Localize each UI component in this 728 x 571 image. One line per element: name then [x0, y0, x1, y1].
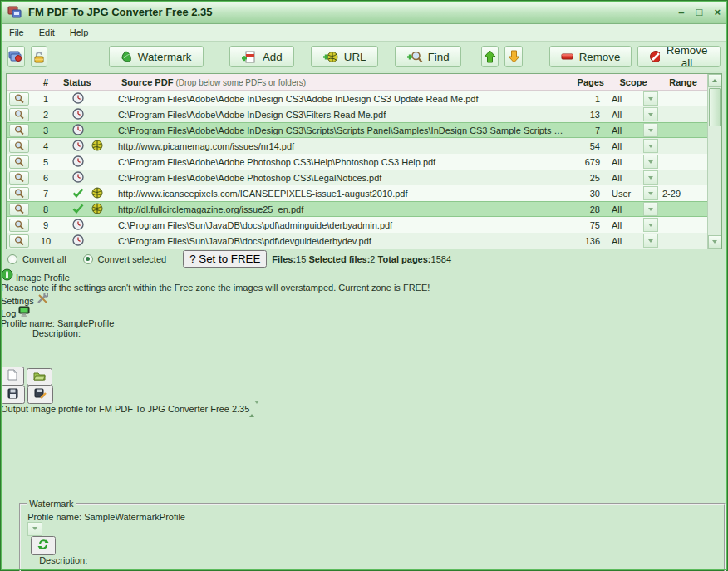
watermark-label: Watermark	[138, 51, 192, 63]
app-icon	[7, 6, 22, 19]
move-up-button[interactable]	[481, 46, 499, 67]
url-button[interactable]: URL	[311, 46, 378, 67]
settings-panel: Settings Log Profile name: SampleProfile	[1, 293, 727, 571]
find-button[interactable]: Find	[395, 46, 461, 67]
scope-dropdown-icon[interactable]	[643, 218, 658, 232]
scope-dropdown-icon[interactable]	[643, 107, 658, 121]
unlock-button[interactable]	[31, 46, 48, 67]
buy-button[interactable]	[7, 46, 25, 67]
close-button[interactable]: ×	[714, 7, 721, 17]
table-row[interactable]: 4 http://www.picamemag.com/issues/nr14.p…	[7, 138, 707, 154]
scroll-thumb[interactable]	[709, 88, 721, 126]
profile-name-label: Profile name:	[1, 318, 55, 328]
convert-all-radio[interactable]	[7, 254, 17, 264]
preview-button[interactable]	[9, 108, 29, 121]
profile-name-input[interactable]: SampleProfile	[57, 318, 114, 328]
preview-button[interactable]	[9, 203, 29, 216]
menu-edit[interactable]: Edit	[39, 27, 55, 37]
table-row[interactable]: 8 http://dl.fullcirclemagazine.org/issue…	[7, 201, 707, 217]
remove-button[interactable]: Remove	[549, 46, 632, 67]
preview-button[interactable]	[9, 187, 29, 200]
selected-files-value: 2	[370, 254, 375, 264]
header-pages: Pages	[568, 77, 607, 87]
table-scrollbar[interactable]	[707, 74, 721, 249]
preview-button[interactable]	[9, 155, 29, 169]
dropdown-icon[interactable]	[27, 522, 42, 536]
done-check-icon	[72, 204, 84, 215]
table-row[interactable]: 10 C:\Program Files\Sun\JavaDB\docs\pdf\…	[7, 233, 707, 249]
table-row[interactable]: 2 C:\Program Files\Adobe\Adobe InDesign …	[7, 106, 707, 122]
preview-button[interactable]	[9, 171, 29, 185]
table-row[interactable]: 1 C:\Program Files\Adobe\Adobe InDesign …	[7, 91, 707, 106]
source-path: C:\Program Files\Adobe\Adobe Photoshop C…	[118, 157, 568, 167]
log-monitor-icon	[18, 306, 30, 317]
add-button[interactable]: Add	[229, 46, 294, 67]
convert-selected-radio[interactable]	[83, 254, 93, 264]
scope-cell: All	[607, 202, 659, 216]
maximize-button[interactable]: □	[696, 7, 703, 17]
profile-new-button[interactable]	[1, 367, 24, 386]
total-pages-value: 1584	[431, 254, 451, 264]
preview-button[interactable]	[9, 219, 29, 232]
profile-save-as-button[interactable]	[27, 386, 53, 404]
scroll-up-icon[interactable]	[708, 74, 721, 87]
source-path: C:\Program Files\Adobe\Adobe InDesign CS…	[118, 126, 568, 135]
header-scope: Scope	[607, 77, 659, 87]
find-label: Find	[428, 51, 450, 63]
table-row[interactable]: 6 C:\Program Files\Adobe\Adobe Photoshop…	[7, 170, 707, 185]
scope-dropdown-icon[interactable]	[643, 202, 658, 216]
profile-open-button[interactable]	[27, 368, 52, 386]
menu-help[interactable]: Help	[70, 27, 89, 37]
toolbar: Watermark Add URL Find Remove	[1, 42, 727, 71]
move-down-button[interactable]	[504, 46, 523, 67]
profile-desc-textarea[interactable]: Output image profile for FM PDF To JPG C…	[1, 404, 727, 495]
table-row[interactable]: 9 C:\Program Files\Sun\JavaDB\docs\pdf\a…	[7, 217, 707, 233]
row-number: 3	[32, 126, 60, 135]
pending-clock-icon	[72, 140, 84, 153]
scope-cell: User	[607, 186, 659, 200]
title-bar: FM PDF To JPG Converter Free 2.35 – □ ×	[1, 1, 727, 24]
row-number: 5	[32, 157, 60, 167]
watermark-profile-select[interactable]: SampleWatermarkProfile	[27, 512, 717, 536]
scroll-down-icon[interactable]	[708, 235, 721, 249]
scope-dropdown-icon[interactable]	[643, 139, 658, 153]
files-label: Files:	[272, 254, 296, 264]
scope-dropdown-icon[interactable]	[643, 123, 658, 137]
scope-dropdown-icon[interactable]	[643, 155, 658, 169]
row-number: 10	[32, 236, 60, 246]
table-rows: 1 C:\Program Files\Adobe\Adobe InDesign …	[7, 91, 707, 249]
preview-button[interactable]	[9, 140, 29, 153]
scope-dropdown-icon[interactable]	[643, 170, 658, 185]
watermark-button[interactable]: Watermark	[109, 46, 204, 67]
row-number: 2	[32, 110, 60, 120]
preview-button[interactable]	[9, 234, 29, 248]
pages-count: 75	[568, 220, 607, 230]
watermark-refresh-button[interactable]	[31, 536, 56, 555]
profile-save-button[interactable]	[1, 386, 25, 404]
url-label: URL	[344, 51, 366, 63]
profile-tab-row: Image Profile Please note if the setting…	[1, 268, 727, 293]
scope-cell: All	[607, 155, 659, 169]
down-arrow-icon	[508, 50, 520, 63]
table-row[interactable]: 7 http://www.icanseepixels.com/ICANSEEPI…	[7, 185, 707, 201]
source-path: C:\Program Files\Adobe\Adobe InDesign CS…	[118, 94, 568, 104]
find-icon	[406, 51, 423, 63]
table-row[interactable]: 5 C:\Program Files\Adobe\Adobe Photoshop…	[7, 154, 707, 170]
window-title: FM PDF To JPG Converter Free 2.35	[28, 6, 213, 18]
remove-all-button[interactable]: Remove all	[637, 46, 721, 67]
set-to-free-button[interactable]: ? Set to FREE	[183, 250, 267, 268]
textarea-scrollbar[interactable]	[249, 401, 259, 417]
table-row[interactable]: 3 C:\Program Files\Adobe\Adobe InDesign …	[7, 122, 707, 138]
minimize-button[interactable]: –	[678, 7, 684, 17]
preview-button[interactable]	[9, 124, 29, 137]
profile-section: Profile name: SampleProfile Description:	[1, 318, 727, 571]
tab-log[interactable]: Log	[1, 306, 727, 318]
status-cell	[60, 124, 118, 137]
scope-dropdown-icon[interactable]	[643, 91, 658, 106]
tab-settings[interactable]: Settings	[1, 293, 727, 306]
tab-image-profile[interactable]: Image Profile	[1, 268, 727, 283]
menu-file[interactable]: File	[9, 27, 24, 37]
scope-dropdown-icon[interactable]	[643, 234, 658, 248]
scope-dropdown-icon[interactable]	[643, 186, 658, 200]
preview-button[interactable]	[9, 92, 29, 106]
